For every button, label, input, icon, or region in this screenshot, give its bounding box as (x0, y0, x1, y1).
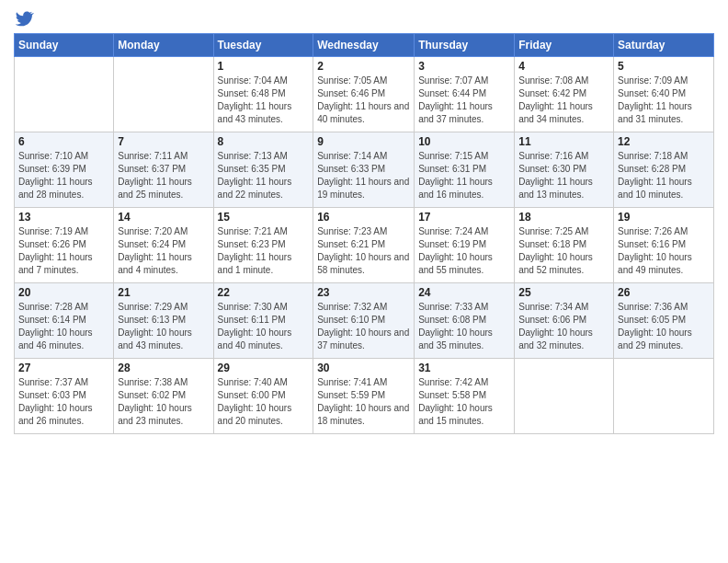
day-detail: Sunrise: 7:36 AM Sunset: 6:05 PM Dayligh… (618, 301, 710, 352)
day-cell: 10Sunrise: 7:15 AM Sunset: 6:31 PM Dayli… (415, 132, 515, 208)
day-detail: Sunrise: 7:40 AM Sunset: 6:00 PM Dayligh… (218, 376, 310, 428)
day-cell: 23Sunrise: 7:32 AM Sunset: 6:10 PM Dayli… (313, 283, 415, 359)
day-number: 7 (118, 135, 209, 148)
day-detail: Sunrise: 7:13 AM Sunset: 6:35 PM Dayligh… (218, 150, 310, 201)
day-detail: Sunrise: 7:29 AM Sunset: 6:13 PM Dayligh… (118, 301, 209, 352)
day-detail: Sunrise: 7:23 AM Sunset: 6:21 PM Dayligh… (317, 225, 410, 277)
header (14, 9, 714, 28)
day-cell (114, 57, 213, 132)
day-detail: Sunrise: 7:41 AM Sunset: 5:59 PM Dayligh… (317, 376, 410, 428)
day-cell: 4Sunrise: 7:08 AM Sunset: 6:42 PM Daylig… (515, 57, 614, 132)
day-cell: 14Sunrise: 7:20 AM Sunset: 6:24 PM Dayli… (114, 208, 213, 283)
weekday-header-saturday: Saturday (614, 34, 714, 57)
day-cell: 3Sunrise: 7:07 AM Sunset: 6:44 PM Daylig… (415, 57, 515, 132)
day-detail: Sunrise: 7:37 AM Sunset: 6:03 PM Dayligh… (18, 376, 109, 428)
day-number: 19 (618, 211, 710, 224)
weekday-header-friday: Friday (515, 34, 614, 57)
day-cell: 26Sunrise: 7:36 AM Sunset: 6:05 PM Dayli… (614, 283, 714, 359)
logo-bird-icon (16, 9, 34, 28)
day-cell: 2Sunrise: 7:05 AM Sunset: 6:46 PM Daylig… (313, 57, 415, 132)
day-number: 27 (18, 362, 109, 374)
weekday-header-monday: Monday (114, 34, 213, 57)
day-cell: 22Sunrise: 7:30 AM Sunset: 6:11 PM Dayli… (213, 283, 313, 359)
day-detail: Sunrise: 7:05 AM Sunset: 6:46 PM Dayligh… (317, 75, 410, 126)
day-cell: 17Sunrise: 7:24 AM Sunset: 6:19 PM Dayli… (415, 208, 515, 283)
week-row-3: 20Sunrise: 7:28 AM Sunset: 6:14 PM Dayli… (15, 283, 714, 359)
weekday-header-row: SundayMondayTuesdayWednesdayThursdayFrid… (15, 34, 714, 57)
day-cell: 9Sunrise: 7:14 AM Sunset: 6:33 PM Daylig… (313, 132, 415, 208)
day-number: 12 (618, 135, 710, 148)
day-number: 4 (518, 60, 609, 73)
weekday-header-tuesday: Tuesday (213, 34, 313, 57)
day-number: 15 (218, 211, 310, 224)
day-number: 8 (218, 135, 310, 148)
week-row-0: 1Sunrise: 7:04 AM Sunset: 6:48 PM Daylig… (15, 57, 714, 132)
day-cell: 16Sunrise: 7:23 AM Sunset: 6:21 PM Dayli… (313, 208, 415, 283)
day-number: 20 (18, 286, 109, 299)
day-cell: 12Sunrise: 7:18 AM Sunset: 6:28 PM Dayli… (614, 132, 714, 208)
day-number: 17 (418, 211, 510, 224)
day-detail: Sunrise: 7:38 AM Sunset: 6:02 PM Dayligh… (118, 376, 209, 428)
day-cell: 7Sunrise: 7:11 AM Sunset: 6:37 PM Daylig… (114, 132, 213, 208)
day-cell: 21Sunrise: 7:29 AM Sunset: 6:13 PM Dayli… (114, 283, 213, 359)
day-detail: Sunrise: 7:28 AM Sunset: 6:14 PM Dayligh… (18, 301, 109, 352)
day-cell: 24Sunrise: 7:33 AM Sunset: 6:08 PM Dayli… (415, 283, 515, 359)
day-detail: Sunrise: 7:19 AM Sunset: 6:26 PM Dayligh… (18, 225, 109, 277)
day-number: 13 (18, 211, 109, 224)
day-detail: Sunrise: 7:07 AM Sunset: 6:44 PM Dayligh… (418, 75, 510, 126)
day-cell: 11Sunrise: 7:16 AM Sunset: 6:30 PM Dayli… (515, 132, 614, 208)
day-number: 9 (317, 135, 410, 148)
day-detail: Sunrise: 7:25 AM Sunset: 6:18 PM Dayligh… (518, 225, 609, 277)
day-detail: Sunrise: 7:15 AM Sunset: 6:31 PM Dayligh… (418, 150, 510, 201)
day-detail: Sunrise: 7:18 AM Sunset: 6:28 PM Dayligh… (618, 150, 710, 201)
day-detail: Sunrise: 7:04 AM Sunset: 6:48 PM Dayligh… (218, 75, 310, 126)
day-cell: 25Sunrise: 7:34 AM Sunset: 6:06 PM Dayli… (515, 283, 614, 359)
day-number: 1 (218, 60, 310, 73)
day-number: 26 (618, 286, 710, 299)
day-detail: Sunrise: 7:10 AM Sunset: 6:39 PM Dayligh… (18, 150, 109, 201)
day-cell (15, 57, 114, 132)
day-number: 28 (118, 362, 209, 374)
day-detail: Sunrise: 7:14 AM Sunset: 6:33 PM Dayligh… (317, 150, 410, 201)
day-cell: 27Sunrise: 7:37 AM Sunset: 6:03 PM Dayli… (15, 359, 114, 434)
day-detail: Sunrise: 7:24 AM Sunset: 6:19 PM Dayligh… (418, 225, 510, 277)
day-number: 23 (317, 286, 410, 299)
logo (14, 9, 34, 28)
calendar-container: SundayMondayTuesdayWednesdayThursdayFrid… (0, 0, 728, 443)
day-detail: Sunrise: 7:26 AM Sunset: 6:16 PM Dayligh… (618, 225, 710, 277)
day-number: 31 (418, 362, 510, 374)
day-number: 22 (218, 286, 310, 299)
day-detail: Sunrise: 7:16 AM Sunset: 6:30 PM Dayligh… (518, 150, 609, 201)
day-number: 21 (118, 286, 209, 299)
day-detail: Sunrise: 7:33 AM Sunset: 6:08 PM Dayligh… (418, 301, 510, 352)
day-number: 10 (418, 135, 510, 148)
day-detail: Sunrise: 7:32 AM Sunset: 6:10 PM Dayligh… (317, 301, 410, 352)
day-number: 30 (317, 362, 410, 374)
week-row-4: 27Sunrise: 7:37 AM Sunset: 6:03 PM Dayli… (15, 359, 714, 434)
day-cell: 19Sunrise: 7:26 AM Sunset: 6:16 PM Dayli… (614, 208, 714, 283)
day-number: 24 (418, 286, 510, 299)
day-cell: 20Sunrise: 7:28 AM Sunset: 6:14 PM Dayli… (15, 283, 114, 359)
week-row-2: 13Sunrise: 7:19 AM Sunset: 6:26 PM Dayli… (15, 208, 714, 283)
day-number: 11 (518, 135, 609, 148)
day-detail: Sunrise: 7:42 AM Sunset: 5:58 PM Dayligh… (418, 376, 510, 428)
day-cell: 28Sunrise: 7:38 AM Sunset: 6:02 PM Dayli… (114, 359, 213, 434)
day-cell: 13Sunrise: 7:19 AM Sunset: 6:26 PM Dayli… (15, 208, 114, 283)
day-detail: Sunrise: 7:20 AM Sunset: 6:24 PM Dayligh… (118, 225, 209, 277)
day-number: 3 (418, 60, 510, 73)
day-cell: 6Sunrise: 7:10 AM Sunset: 6:39 PM Daylig… (15, 132, 114, 208)
day-number: 16 (317, 211, 410, 224)
day-detail: Sunrise: 7:34 AM Sunset: 6:06 PM Dayligh… (518, 301, 609, 352)
day-detail: Sunrise: 7:11 AM Sunset: 6:37 PM Dayligh… (118, 150, 209, 201)
day-number: 6 (18, 135, 109, 148)
day-cell: 18Sunrise: 7:25 AM Sunset: 6:18 PM Dayli… (515, 208, 614, 283)
calendar-table: SundayMondayTuesdayWednesdayThursdayFrid… (14, 33, 714, 434)
weekday-header-wednesday: Wednesday (313, 34, 415, 57)
day-cell (515, 359, 614, 434)
day-cell: 29Sunrise: 7:40 AM Sunset: 6:00 PM Dayli… (213, 359, 313, 434)
day-cell: 1Sunrise: 7:04 AM Sunset: 6:48 PM Daylig… (213, 57, 313, 132)
day-detail: Sunrise: 7:09 AM Sunset: 6:40 PM Dayligh… (618, 75, 710, 126)
week-row-1: 6Sunrise: 7:10 AM Sunset: 6:39 PM Daylig… (15, 132, 714, 208)
day-cell: 31Sunrise: 7:42 AM Sunset: 5:58 PM Dayli… (415, 359, 515, 434)
day-number: 18 (518, 211, 609, 224)
